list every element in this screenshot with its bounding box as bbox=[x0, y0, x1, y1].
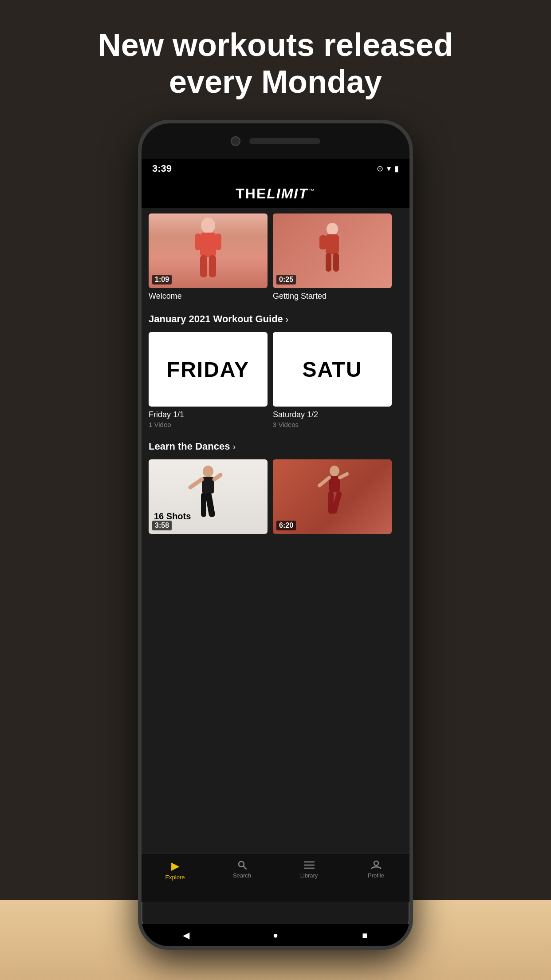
workout-guide-section-header[interactable]: January 2021 Workout Guide › bbox=[142, 306, 409, 327]
bottom-nav: ▶ Explore Search Library bbox=[142, 853, 409, 902]
library-label: Library bbox=[300, 872, 318, 879]
phone-screen: 3:39 ⊙ ▾ ▮ THELIMIT™ bbox=[142, 159, 409, 902]
library-icon bbox=[303, 860, 315, 870]
welcome-title: Welcome bbox=[149, 292, 268, 301]
status-time: 3:39 bbox=[152, 163, 172, 174]
logo-tm: ™ bbox=[308, 187, 315, 194]
svg-line-19 bbox=[319, 478, 329, 486]
svg-rect-1 bbox=[200, 233, 216, 257]
welcome-figure bbox=[190, 217, 226, 284]
learn-dances-title: Learn the Dances bbox=[149, 441, 230, 452]
android-home[interactable]: ● bbox=[269, 929, 282, 941]
app-logo: THELIMIT™ bbox=[142, 186, 409, 202]
svg-rect-16 bbox=[205, 492, 215, 518]
svg-line-13 bbox=[190, 479, 202, 487]
learn-dances-chevron: › bbox=[232, 442, 236, 452]
video-card-friday[interactable]: FRIDAY Friday 1/1 1 Video bbox=[149, 332, 268, 428]
camera bbox=[231, 136, 240, 146]
svg-point-6 bbox=[327, 223, 338, 235]
svg-line-14 bbox=[214, 475, 220, 479]
svg-rect-3 bbox=[215, 233, 221, 250]
status-bar: 3:39 ⊙ ▾ ▮ bbox=[142, 159, 409, 178]
video-card-saturday[interactable]: SATU Saturday 1/2 3 Videos bbox=[273, 332, 392, 428]
welcome-duration: 1:09 bbox=[152, 275, 172, 285]
video-thumb-16shots: 16 Shots 3:58 bbox=[149, 459, 268, 534]
learn-dances-row: 16 Shots 3:58 bbox=[142, 454, 409, 539]
svg-line-24 bbox=[244, 866, 246, 869]
workout-guide-row: FRIDAY Friday 1/1 1 Video SATU bbox=[142, 327, 409, 434]
status-icons: ⊙ ▾ ▮ bbox=[377, 164, 399, 174]
back-icon: ◀ bbox=[183, 930, 189, 940]
profile-label: Profile bbox=[368, 872, 384, 879]
video-thumb-welcome: 1:09 bbox=[149, 213, 268, 288]
svg-rect-8 bbox=[319, 235, 327, 249]
getting-started-figure bbox=[317, 222, 348, 280]
dancer-figure-1 bbox=[186, 465, 230, 534]
phone-container: 3:39 ⊙ ▾ ▮ THELIMIT™ bbox=[138, 120, 413, 950]
svg-line-20 bbox=[340, 474, 347, 478]
friday-subtitle: 1 Video bbox=[149, 421, 268, 428]
svg-rect-2 bbox=[195, 233, 201, 250]
svg-rect-4 bbox=[200, 255, 207, 277]
svg-rect-15 bbox=[201, 493, 206, 517]
featured-videos-row: 1:09 Welcome bbox=[142, 208, 409, 306]
logo-limit: LIMIT bbox=[267, 186, 308, 202]
workout-guide-title: January 2021 Workout Guide bbox=[149, 313, 283, 325]
phone-shell: 3:39 ⊙ ▾ ▮ THELIMIT™ bbox=[138, 120, 413, 950]
wifi-icon: ▾ bbox=[387, 164, 391, 174]
svg-point-0 bbox=[201, 217, 215, 233]
svg-point-28 bbox=[374, 861, 378, 865]
location-icon: ⊙ bbox=[377, 164, 383, 174]
nav-explore[interactable]: ▶ Explore bbox=[142, 860, 209, 881]
nav-profile[interactable]: Profile bbox=[342, 860, 409, 879]
shots-label: 16 Shots bbox=[154, 511, 191, 522]
background-headline: New workouts released every Monday bbox=[0, 27, 551, 100]
logo-the: THE bbox=[236, 186, 267, 202]
android-back[interactable]: ◀ bbox=[180, 929, 193, 941]
recent-icon: ■ bbox=[362, 930, 367, 940]
friday-title: Friday 1/1 bbox=[149, 410, 268, 419]
workout-guide-chevron: › bbox=[286, 314, 289, 324]
home-icon: ● bbox=[273, 930, 278, 940]
svg-point-17 bbox=[330, 466, 339, 476]
explore-icon: ▶ bbox=[171, 860, 179, 872]
svg-rect-9 bbox=[326, 253, 331, 272]
dance1-duration: 3:58 bbox=[152, 521, 172, 530]
saturday-title: Saturday 1/2 bbox=[273, 410, 392, 419]
search-label: Search bbox=[233, 872, 251, 879]
nav-search[interactable]: Search bbox=[209, 860, 276, 879]
learn-dances-section-header[interactable]: Learn the Dances › bbox=[142, 434, 409, 454]
speaker bbox=[249, 138, 320, 144]
getting-started-title: Getting Started bbox=[273, 292, 392, 301]
profile-icon bbox=[371, 860, 382, 870]
video-card-welcome[interactable]: 1:09 Welcome bbox=[149, 213, 268, 301]
search-icon bbox=[237, 860, 248, 870]
friday-day-text: FRIDAY bbox=[167, 357, 249, 382]
video-card-getting-started[interactable]: 0:25 Getting Started bbox=[273, 213, 392, 301]
app-content[interactable]: THELIMIT™ bbox=[142, 178, 409, 902]
video-card-16shots[interactable]: 16 Shots 3:58 bbox=[149, 459, 268, 534]
nav-library[interactable]: Library bbox=[276, 860, 342, 879]
explore-label: Explore bbox=[165, 874, 185, 881]
saturday-day-text: SATU bbox=[302, 357, 362, 382]
battery-icon: ▮ bbox=[394, 164, 399, 174]
video-card-dance2[interactable]: 6:20 bbox=[273, 459, 392, 534]
video-thumb-friday: FRIDAY bbox=[149, 332, 268, 407]
svg-point-11 bbox=[203, 466, 213, 477]
android-recent[interactable]: ■ bbox=[358, 929, 371, 941]
svg-rect-10 bbox=[333, 253, 339, 272]
saturday-subtitle: 3 Videos bbox=[273, 421, 392, 428]
headline-line1: New workouts released bbox=[98, 27, 453, 63]
video-thumb-saturday: SATU bbox=[273, 332, 392, 407]
phone-top-bar bbox=[142, 123, 409, 159]
video-thumb-getting-started: 0:25 bbox=[273, 213, 392, 288]
app-header: THELIMIT™ bbox=[142, 178, 409, 208]
headline-line2: every Monday bbox=[169, 64, 382, 99]
video-thumb-dance2: 6:20 bbox=[273, 459, 392, 534]
svg-rect-5 bbox=[209, 255, 216, 277]
dancer-figure-2 bbox=[312, 465, 352, 534]
getting-started-duration: 0:25 bbox=[276, 275, 296, 285]
android-nav: ◀ ● ■ bbox=[142, 924, 409, 946]
svg-rect-7 bbox=[326, 234, 339, 254]
dance2-duration: 6:20 bbox=[276, 521, 296, 530]
